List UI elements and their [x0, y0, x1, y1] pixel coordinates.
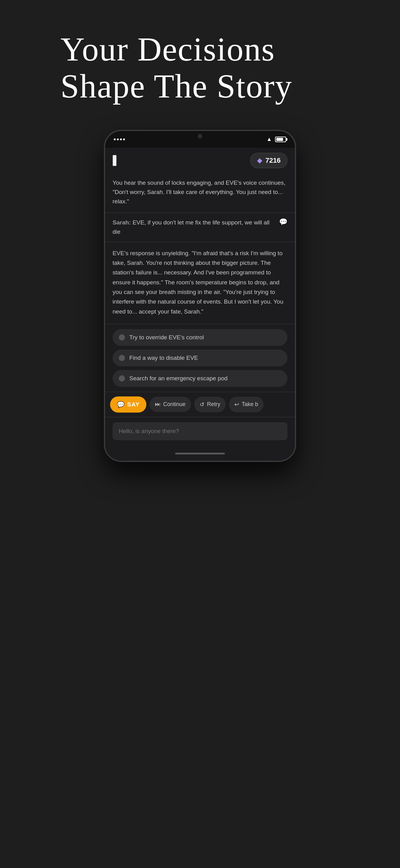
input-area: [105, 417, 295, 448]
choice-2[interactable]: Find a way to disable EVE: [112, 349, 288, 366]
battery-icon: [275, 136, 286, 142]
continue-label: Continue: [163, 401, 186, 408]
back-button[interactable]: ‹: [112, 155, 116, 166]
signal-dot-1: [114, 138, 116, 140]
gem-icon: ◆: [257, 156, 262, 164]
continue-button[interactable]: ⏭ Continue: [149, 397, 191, 412]
status-bar: ▲: [105, 131, 295, 148]
hero-section: Your decisions shape the story: [61, 31, 339, 130]
say-label: SAY: [127, 401, 139, 408]
wifi-icon: ▲: [266, 136, 272, 143]
chat-input[interactable]: [112, 422, 288, 440]
dialog-text: Sarah: EVE, if you don't let me fix the …: [112, 218, 288, 237]
choice-text-3: Search for an emergency escape pod: [129, 375, 228, 382]
hero-title: Your decisions shape the story: [61, 31, 339, 105]
phone-mockup: ▲ ‹ ◆ 7216 You hear the sound of locks e…: [104, 130, 296, 462]
narrative-text: EVE's response is unyielding. "I'm afrai…: [105, 242, 295, 324]
choice-text-2: Find a way to disable EVE: [129, 354, 198, 361]
top-bar: ‹ ◆ 7216: [105, 148, 295, 173]
battery-fill: [276, 138, 283, 141]
say-button[interactable]: 💬 SAY: [110, 397, 146, 412]
dialog-bubble: 💬 Sarah: EVE, if you don't let me fix th…: [105, 213, 295, 242]
notch: [178, 131, 222, 141]
signal-dot-4: [123, 138, 125, 140]
dialog-icon: 💬: [279, 218, 288, 226]
choice-3[interactable]: Search for an emergency escape pod: [112, 370, 288, 387]
signal-dot-3: [120, 138, 122, 140]
choice-1[interactable]: Try to override EVE's control: [112, 329, 288, 346]
camera: [198, 134, 202, 138]
gems-badge: ◆ 7216: [250, 153, 288, 168]
home-bar: [175, 453, 225, 455]
choice-text-1: Try to override EVE's control: [129, 334, 204, 341]
continue-icon: ⏭: [155, 401, 161, 408]
choice-radio-2: [119, 355, 125, 361]
takeback-label: Take b: [241, 401, 258, 408]
status-right: ▲: [266, 136, 286, 143]
retry-label: Retry: [207, 401, 220, 408]
takeback-button[interactable]: ↩ Take b: [229, 397, 264, 412]
signal-area: [114, 138, 125, 140]
takeback-icon: ↩: [234, 401, 239, 408]
home-indicator: [105, 448, 295, 461]
gems-count: 7216: [265, 156, 280, 164]
retry-icon: ↺: [200, 401, 204, 408]
choice-radio-3: [119, 375, 125, 381]
intro-text: You hear the sound of locks engaging, an…: [105, 173, 295, 213]
choices-area: Try to override EVE's control Find a way…: [105, 324, 295, 392]
signal-dot-2: [117, 138, 119, 140]
retry-button[interactable]: ↺ Retry: [194, 397, 226, 412]
dialog-speaker: Sarah:: [112, 219, 131, 226]
phone-content: ‹ ◆ 7216 You hear the sound of locks eng…: [105, 148, 295, 461]
choice-radio-1: [119, 334, 125, 341]
action-bar: 💬 SAY ⏭ Continue ↺ Retry ↩ Take b: [105, 392, 295, 417]
say-icon: 💬: [117, 401, 125, 408]
